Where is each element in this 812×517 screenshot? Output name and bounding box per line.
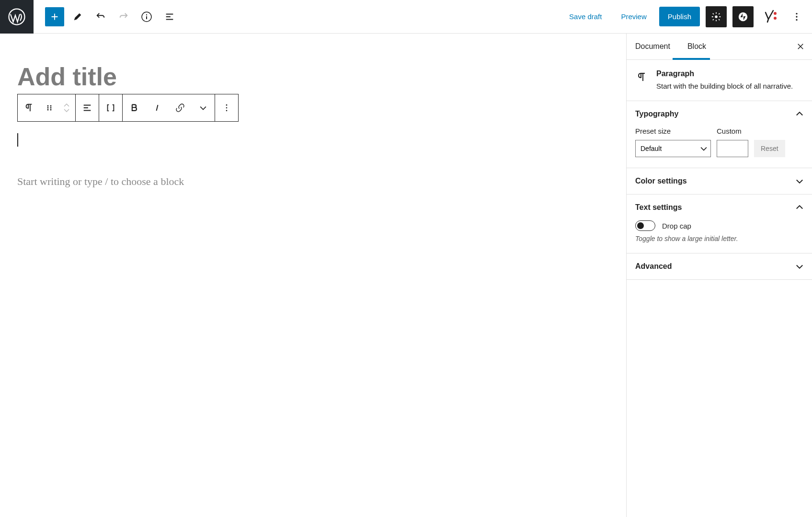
toggle-knob [637,222,644,229]
color-panel: Color settings [627,168,812,195]
yoast-icon [763,10,777,24]
reset-size-button[interactable]: Reset [754,140,785,157]
block-type-description: Start with the building block of all nar… [656,81,793,91]
info-button[interactable] [137,7,156,26]
block-placeholder[interactable]: Start writing or type / to choose a bloc… [17,175,609,188]
save-draft-button[interactable]: Save draft [562,8,608,25]
paragraph-icon [24,103,34,113]
width-button[interactable] [99,94,122,121]
paragraph-icon [635,70,649,84]
preset-size-select[interactable]: Default [635,140,711,157]
post-title-input[interactable] [17,62,609,91]
dropcap-label: Drop cap [662,222,691,230]
dots-vertical-icon [222,103,231,113]
sidebar-tabs: Document Block [627,34,812,60]
panel-title: Typography [635,110,678,118]
svg-point-5 [774,12,777,15]
info-icon [141,11,152,23]
drag-handle[interactable] [41,94,58,121]
svg-point-9 [796,19,797,20]
text-settings-panel: Text settings Drop cap Toggle to show a … [627,195,812,253]
more-formatting-button[interactable] [192,94,215,121]
chevron-down-icon [64,108,69,112]
wordpress-icon [8,8,25,25]
svg-point-12 [47,107,49,109]
chevron-up-icon [796,205,803,210]
chevron-down-icon [796,179,803,184]
preview-button[interactable]: Preview [614,8,653,25]
jetpack-button[interactable] [732,6,754,27]
custom-size-input[interactable] [717,140,748,157]
chevron-up-icon [64,103,69,107]
redo-button[interactable] [114,7,133,26]
undo-button[interactable] [91,7,110,26]
block-type-button[interactable] [18,94,41,121]
align-left-icon [82,103,92,113]
brackets-icon [105,103,116,113]
tab-document[interactable]: Document [627,34,679,59]
svg-point-8 [796,16,797,17]
tab-block[interactable]: Block [679,34,715,59]
jetpack-icon [738,11,748,22]
dropcap-help-text: Toggle to show a large initial letter. [635,235,803,242]
panel-title: Color settings [635,177,687,185]
color-panel-header[interactable]: Color settings [627,168,812,194]
yoast-button[interactable] [759,6,780,27]
svg-point-16 [226,104,228,106]
typography-panel-header[interactable]: Typography [627,101,812,127]
pencil-icon [72,11,83,22]
svg-point-10 [47,105,49,107]
align-button[interactable] [76,94,99,121]
publish-button[interactable]: Publish [659,7,700,26]
gear-icon [711,11,721,22]
svg-point-15 [50,109,52,111]
block-type-title: Paragraph [656,69,793,78]
typography-panel: Typography Preset size Default [627,101,812,168]
advanced-panel-header[interactable]: Advanced [627,253,812,279]
advanced-panel: Advanced [627,253,812,280]
paragraph-block[interactable] [17,133,609,147]
drag-icon [46,104,53,111]
svg-point-3 [715,15,718,18]
add-block-button[interactable] [45,7,64,26]
wordpress-logo[interactable] [0,0,34,34]
block-options-button[interactable] [215,94,238,121]
more-menu-button[interactable] [786,6,807,27]
settings-button[interactable] [706,6,727,27]
bold-icon [129,103,139,113]
svg-point-14 [47,109,49,111]
svg-point-6 [774,17,777,20]
chevron-up-icon [796,112,803,116]
preset-size-label: Preset size [635,127,711,135]
svg-point-4 [739,12,747,21]
svg-point-7 [796,12,797,14]
editor-canvas: Start writing or type / to choose a bloc… [0,34,626,517]
close-sidebar-button[interactable] [792,38,809,55]
panel-title: Text settings [635,203,682,212]
tab-indicator [673,58,710,60]
svg-point-17 [226,107,228,109]
panel-title: Advanced [635,262,672,271]
svg-point-2 [146,14,147,15]
redo-icon [118,11,129,22]
bold-button[interactable] [123,94,146,121]
dropcap-toggle[interactable] [635,220,655,231]
block-info-panel: Paragraph Start with the building block … [627,60,812,101]
close-icon [796,42,805,51]
top-toolbar: Save draft Preview Publish [0,0,812,34]
dots-vertical-icon [791,11,802,22]
chevron-down-icon [796,264,803,269]
link-button[interactable] [169,94,192,121]
chevron-down-icon [200,105,206,110]
text-settings-panel-header[interactable]: Text settings [627,195,812,220]
move-up-down-button[interactable] [58,94,75,121]
link-icon [175,103,185,113]
svg-point-11 [50,105,52,107]
italic-button[interactable] [146,94,169,121]
edit-mode-button[interactable] [68,7,87,26]
text-cursor [17,133,18,147]
outline-button[interactable] [160,7,179,26]
undo-icon [95,11,106,22]
settings-sidebar: Document Block Paragraph Start with the … [626,34,812,517]
plus-icon [49,11,60,22]
